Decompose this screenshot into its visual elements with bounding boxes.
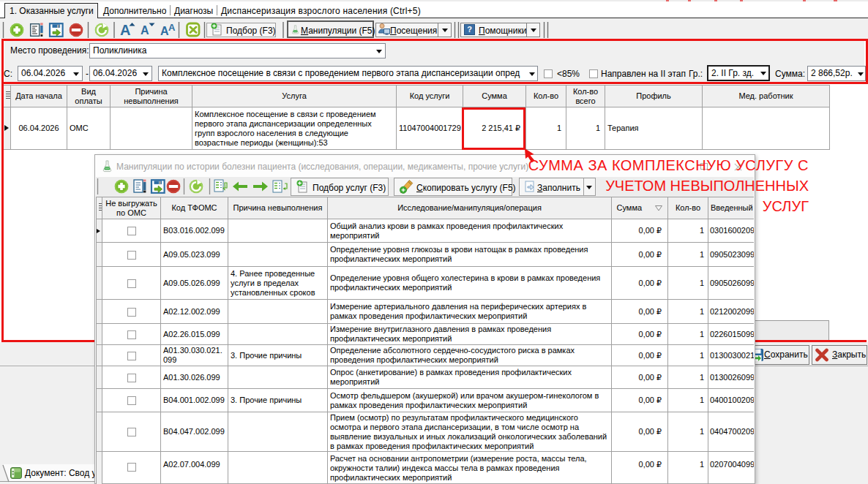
svg-text:А: А [168, 22, 176, 33]
svg-text:А: А [141, 24, 149, 37]
svg-text:А: А [120, 22, 130, 38]
